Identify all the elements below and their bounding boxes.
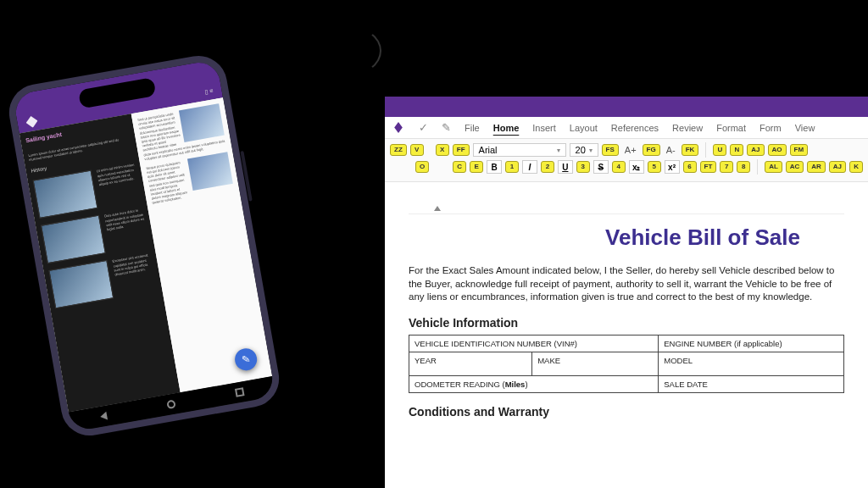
cell-year: YEAR <box>409 352 532 375</box>
key-aj[interactable]: AJ <box>747 144 764 156</box>
key-c[interactable]: C <box>453 161 466 173</box>
section-vehicle-info: Vehicle Information <box>409 316 844 330</box>
key-2[interactable]: 2 <box>541 161 554 173</box>
sailboat-image-1 <box>33 170 98 219</box>
key-fs[interactable]: FS <box>602 144 619 156</box>
grow-font-button[interactable]: A+ <box>622 145 639 155</box>
menu-format[interactable]: Format <box>716 123 746 133</box>
phone-mockup: ▯ ≡ Sailing yacht Lorem ipsum dolor sit … <box>5 52 284 441</box>
cell-odometer: ODOMETER READING (Miles) <box>409 375 659 392</box>
cell-engine: ENGINE NUMBER (if applicable) <box>659 335 844 352</box>
desktop-app-window: ✓ ✎ File Home Insert Layout References R… <box>385 97 868 488</box>
key-x[interactable]: X <box>436 144 449 156</box>
key-fk[interactable]: FK <box>682 144 699 156</box>
key-7[interactable]: 7 <box>720 161 733 173</box>
check-icon[interactable]: ✓ <box>419 121 428 134</box>
pencil-icon: ✎ <box>241 352 251 366</box>
article-text: Excepteur sint occaecat cupidatat non pr… <box>112 252 157 297</box>
toolbar-row-1: ZZ V X FF Arial▾ 20▾ FS A+ FG A- FK U N … <box>390 142 863 158</box>
key-u[interactable]: U <box>713 144 726 156</box>
app-logo-icon <box>25 115 38 129</box>
font-size-value: 20 <box>576 145 586 155</box>
sailboat-image-2 <box>41 215 106 263</box>
article-text: Duis aute irure dolor in reprehenderit i… <box>104 208 149 252</box>
ribbon-toolbar: ZZ V X FF Arial▾ 20▾ FS A+ FG A- FK U N … <box>385 139 868 182</box>
font-size-select[interactable]: 20▾ <box>570 143 598 157</box>
key-1[interactable]: 1 <box>505 161 519 173</box>
article-text: Ut enim ad minim veniam quis nostrud exe… <box>96 163 141 208</box>
document-canvas[interactable]: Vehicle Bill of Sale For the Exact Sales… <box>385 182 868 444</box>
separator <box>705 142 706 158</box>
cell-vin: VEHICLE IDENTIFICATION NUMBER (VIN#) <box>409 335 659 352</box>
section-conditions: Conditions and Warranty <box>409 405 844 419</box>
menu-file[interactable]: File <box>465 123 480 133</box>
key-o[interactable]: O <box>415 161 429 173</box>
menu-home[interactable]: Home <box>493 123 520 133</box>
recents-icon[interactable] <box>235 387 245 397</box>
subscript-button[interactable]: x₂ <box>629 160 644 174</box>
cell-sale-date: SALE DATE <box>659 375 844 392</box>
key-ff[interactable]: FF <box>453 144 470 156</box>
chevron-down-icon: ▾ <box>557 147 560 154</box>
separator <box>757 159 758 175</box>
doc-title: Vehicle Bill of Sale <box>561 225 844 251</box>
app-logo-icon[interactable] <box>392 121 405 135</box>
edit-icon[interactable]: ✎ <box>442 121 451 134</box>
key-3[interactable]: 3 <box>576 161 590 173</box>
chevron-down-icon: ▾ <box>589 147 593 154</box>
phone-split-view: Sailing yacht Lorem ipsum dolor sit amet… <box>19 97 272 412</box>
superscript-button[interactable]: x² <box>665 160 680 174</box>
key-n[interactable]: N <box>730 144 743 156</box>
key-e[interactable]: E <box>470 161 483 173</box>
home-icon[interactable] <box>166 399 176 409</box>
menu-review[interactable]: Review <box>672 123 703 133</box>
doc-intro: For the Exact Sales Amount indicated bel… <box>409 264 844 304</box>
cell-make: MAKE <box>532 352 659 375</box>
key-fg[interactable]: FG <box>643 144 660 156</box>
phone-frame: ▯ ≡ Sailing yacht Lorem ipsum dolor sit … <box>5 52 284 441</box>
font-name-value: Arial <box>479 145 498 155</box>
menu-layout[interactable]: Layout <box>570 123 598 133</box>
menu-insert[interactable]: Insert <box>532 123 556 133</box>
font-name-select[interactable]: Arial▾ <box>473 143 566 157</box>
vehicle-info-table: VEHICLE IDENTIFICATION NUMBER (VIN#) ENG… <box>409 335 844 393</box>
sailboat-image-3 <box>48 260 114 308</box>
key-zz[interactable]: ZZ <box>390 144 407 156</box>
key-5[interactable]: 5 <box>648 161 661 173</box>
window-titlebar[interactable] <box>385 97 868 117</box>
key-fm[interactable]: FM <box>790 144 809 156</box>
bold-button[interactable]: B <box>487 160 502 174</box>
underline-button[interactable]: U <box>558 160 573 174</box>
back-icon[interactable] <box>99 412 108 421</box>
cell-model: MODEL <box>659 352 844 375</box>
key-k[interactable]: K <box>849 161 863 173</box>
menu-bar: ✓ ✎ File Home Insert Layout References R… <box>385 117 868 139</box>
toolbar-row-2: O C E B 1 I 2 U 3 S 4 x₂ 5 x² 6 FT 7 8 A… <box>415 159 863 175</box>
menu-references[interactable]: References <box>611 123 659 133</box>
key-v[interactable]: V <box>410 144 424 156</box>
key-ar[interactable]: AR <box>807 161 826 173</box>
menu-form[interactable]: Form <box>760 123 782 133</box>
key-8[interactable]: 8 <box>737 161 750 173</box>
key-aj2[interactable]: AJ <box>829 161 846 173</box>
shrink-font-button[interactable]: A- <box>664 145 678 155</box>
decorative-arc <box>314 25 381 76</box>
italic-button[interactable]: I <box>522 160 537 174</box>
key-ac[interactable]: AC <box>786 161 804 173</box>
strike-button[interactable]: S <box>593 160 609 174</box>
key-4[interactable]: 4 <box>612 161 626 173</box>
key-ft[interactable]: FT <box>700 161 717 173</box>
key-ao[interactable]: AO <box>768 144 787 156</box>
key-6[interactable]: 6 <box>683 161 697 173</box>
phone-status-icons: ▯ ≡ <box>204 87 214 96</box>
ruler[interactable] <box>409 202 844 214</box>
key-al[interactable]: AL <box>765 161 782 173</box>
menu-view[interactable]: View <box>795 123 815 133</box>
